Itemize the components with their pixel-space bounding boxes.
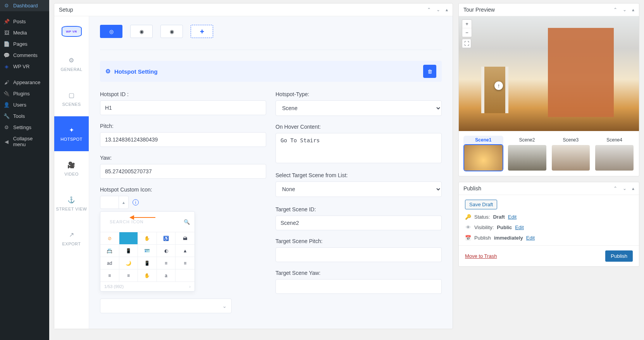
target-scene-id-input[interactable] [276, 216, 442, 230]
menu-comments[interactable]: 💬Comments [0, 50, 49, 61]
move-to-trash-link[interactable]: Move to Trash [465, 253, 497, 259]
scene-thumbnail [595, 145, 634, 171]
panel-up-icon[interactable]: ⌃ [613, 186, 617, 191]
hotspot-tabs: ◎ ◉ ◉ ✚ [100, 25, 442, 38]
tab-hotspot[interactable]: ✦HOTSPOT [54, 116, 89, 151]
scene-thumbnail [464, 145, 503, 171]
publish-button[interactable]: Publish [605, 250, 633, 262]
menu-label: Posts [13, 19, 26, 24]
icon-option[interactable]: ≡ [119, 269, 138, 282]
menu-posts[interactable]: 📌Posts [0, 16, 49, 27]
tab-export[interactable]: ↗EXPORT [54, 221, 89, 256]
chevron-down-icon: ⌄ [222, 303, 227, 309]
menu-plugins[interactable]: 🔌Plugins [0, 88, 49, 99]
scene-label: Scene2 [507, 136, 547, 145]
scene-thumb-3[interactable]: Scene3 [551, 136, 591, 171]
scene-thumb-2[interactable]: Scene2 [507, 136, 547, 171]
menu-users[interactable]: 👤Users [0, 99, 49, 110]
icon-option[interactable]: a [157, 269, 176, 282]
hotspot-chip-3[interactable]: ◉ [160, 25, 183, 38]
icon-option[interactable]: 📇 [100, 245, 119, 257]
icon-option[interactable]: 📱 [138, 257, 157, 269]
delete-hotspot-button[interactable]: 🗑 [423, 65, 436, 78]
info-icon[interactable]: i [133, 199, 139, 205]
trash-icon: 🗑 [427, 69, 432, 74]
icon-option[interactable] [176, 269, 195, 282]
menu-label: Plugins [13, 91, 30, 97]
schedule-label: Publish [474, 235, 491, 241]
tab-general[interactable]: ⚙GENERAL [54, 47, 89, 81]
panel-down-icon[interactable]: ⌄ [623, 7, 627, 12]
hotspot-id-input[interactable] [100, 100, 266, 115]
setup-panel-title: Setup [59, 7, 73, 13]
tab-video[interactable]: 🎥VIDEO [54, 151, 89, 186]
icon-option-none[interactable]: ⊘ [100, 232, 119, 245]
icon-picker-dropdown: 🔍 ⊘ ✋ ♿ 🏔 📇 [100, 211, 195, 292]
hotspot-chip-add[interactable]: ✚ [191, 25, 213, 38]
icon-option[interactable]: 🌙 [119, 257, 138, 269]
icon-option[interactable]: ✋ [138, 232, 157, 245]
menu-dashboard[interactable]: ⚙Dashboard [0, 0, 49, 11]
schedule-edit-link[interactable]: Edit [526, 235, 535, 241]
icon-option[interactable]: 🪪 [138, 245, 157, 257]
panel-up-icon[interactable]: ⌃ [427, 7, 431, 12]
yaw-input[interactable] [100, 164, 266, 179]
custom-icon-select[interactable]: ▲ [100, 196, 129, 209]
icon-option-selected[interactable] [119, 232, 138, 245]
icon-option[interactable]: ✋ [138, 269, 157, 282]
icon-option[interactable]: ♿ [157, 232, 176, 245]
menu-settings[interactable]: ⚙Settings [0, 122, 49, 133]
hotspot-marker[interactable]: ↑ [494, 81, 503, 90]
visibility-edit-link[interactable]: Edit [515, 224, 523, 230]
icon-option[interactable]: 📱 [119, 245, 138, 257]
icon-option[interactable]: ≡ [157, 257, 176, 269]
fullscreen-button[interactable]: ⛶ [462, 39, 471, 48]
target-scene-list-select[interactable]: None [276, 181, 442, 197]
save-draft-button[interactable]: Save Draft [465, 200, 497, 209]
pitch-input[interactable] [100, 132, 266, 147]
tab-streetview[interactable]: ⚓STREET VIEW [54, 186, 89, 221]
scene-label: Scene3 [551, 136, 591, 145]
icon-option[interactable]: 🏔 [176, 232, 195, 245]
menu-collapse[interactable]: ◀Collapse menu [0, 133, 49, 150]
menu-media[interactable]: 🖼Media [0, 27, 49, 38]
zoom-in-button[interactable]: + [462, 20, 472, 28]
target-yaw-input[interactable] [276, 279, 442, 294]
icon-picker-next[interactable]: › [189, 284, 191, 289]
zoom-out-button[interactable]: − [462, 28, 472, 37]
panel-up-icon[interactable]: ⌃ [613, 7, 617, 12]
icon-option[interactable]: ≡ [100, 269, 119, 282]
panel-down-icon[interactable]: ⌄ [436, 7, 440, 12]
tour-preview-viewport[interactable]: ↑ + − ⛶ [459, 16, 639, 131]
menu-pages[interactable]: 📄Pages [0, 38, 49, 50]
menu-appearance[interactable]: 🖌Appearance [0, 77, 49, 88]
panel-toggle-icon[interactable]: ▴ [632, 7, 634, 12]
settings-icon: ⚙ [3, 124, 10, 130]
menu-wpvr[interactable]: ◈WP VR [0, 61, 49, 72]
search-icon: 🔍 [184, 219, 190, 225]
scene-label: Scene1 [463, 136, 503, 145]
icon-option[interactable]: ad [100, 257, 119, 269]
menu-tools[interactable]: 🔧Tools [0, 110, 49, 122]
publish-title: Publish [463, 185, 481, 192]
panel-down-icon[interactable]: ⌄ [623, 186, 627, 191]
hotspot-chip-2[interactable]: ◉ [130, 25, 153, 38]
icon-option[interactable]: ▲ [176, 245, 195, 257]
media-icon: 🖼 [3, 30, 10, 36]
icon-option[interactable]: ◐ [157, 245, 176, 257]
panel-toggle-icon[interactable]: ▴ [446, 7, 448, 12]
target-pitch-input[interactable] [276, 247, 442, 262]
tab-label: HOTSPOT [60, 137, 83, 142]
hotspot-chip-1[interactable]: ◎ [100, 25, 122, 38]
hotspot-type-select[interactable]: Scene [276, 100, 442, 116]
hidden-select[interactable]: ⌄ [100, 299, 232, 313]
tab-label: SCENES [62, 102, 81, 107]
status-edit-link[interactable]: Edit [508, 214, 517, 220]
panel-toggle-icon[interactable]: ▴ [632, 186, 634, 191]
menu-label: Collapse menu [13, 136, 46, 147]
scene-thumb-1[interactable]: Scene1 [463, 136, 503, 171]
hover-content-input[interactable]: Go To Stairs [276, 133, 442, 163]
scene-thumb-4[interactable]: Scene4 [594, 136, 634, 171]
tab-scenes[interactable]: ▢SCENES [54, 81, 89, 116]
icon-option[interactable]: ≡ [176, 257, 195, 269]
